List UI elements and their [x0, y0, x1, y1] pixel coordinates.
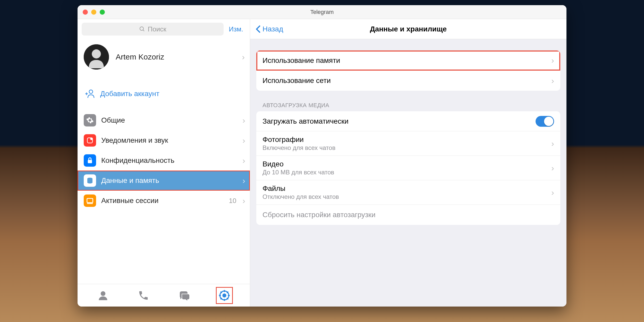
videos-row[interactable]: Видео До 10 MB для всех чатов ›	[256, 156, 560, 180]
svg-point-15	[223, 294, 226, 297]
chevron-right-icon: ›	[242, 52, 245, 62]
reset-autodl-row[interactable]: Сбросить настройки автозагрузки	[256, 205, 560, 225]
row-label: Видео	[262, 160, 551, 168]
search-placeholder: Поиск	[148, 25, 166, 33]
tab-chats[interactable]	[177, 288, 191, 303]
notifications-icon	[84, 134, 96, 147]
network-usage-row[interactable]: Использование сети ›	[256, 71, 560, 91]
main-panel: Назад Данные и хранилище Использование п…	[250, 19, 566, 307]
svg-rect-11	[87, 198, 93, 202]
usage-group: Использование памяти › Использование сет…	[256, 50, 560, 91]
chevron-right-icon: ›	[551, 188, 554, 197]
sidebar-item-label: Общие	[101, 116, 237, 124]
svg-point-0	[140, 27, 143, 30]
database-icon	[84, 174, 96, 187]
search-icon	[139, 26, 145, 32]
sidebar-item-label: Уведомления и звук	[101, 136, 237, 145]
sidebar-item-general[interactable]: Общие ›	[78, 110, 250, 130]
usage-section: Использование памяти › Использование сет…	[250, 50, 566, 91]
search-row: Поиск Изм.	[78, 19, 250, 39]
sidebar-item-privacy[interactable]: Конфиденциальность ›	[78, 150, 250, 171]
sidebar: Поиск Изм. Artem Kozoriz › Добавить акка…	[78, 19, 250, 307]
svg-rect-9	[88, 160, 92, 163]
sidebar-item-notifications[interactable]: Уведомления и звук ›	[78, 130, 250, 150]
back-label: Назад	[262, 25, 283, 33]
tab-calls[interactable]	[136, 288, 151, 303]
search-input[interactable]: Поиск	[82, 23, 224, 36]
autoload-group: Загружать автоматически Фотографии Включ…	[256, 111, 560, 225]
row-label: Файлы	[262, 184, 551, 193]
sidebar-item-label: Данные и память	[101, 176, 237, 185]
sidebar-item-label: Конфиденциальность	[101, 156, 237, 165]
detail-header: Назад Данные и хранилище	[250, 19, 566, 39]
sessions-count: 10	[229, 197, 236, 205]
edit-button[interactable]: Изм.	[229, 25, 243, 33]
row-subtitle: До 10 MB для всех чатов	[262, 169, 551, 176]
toggle-switch[interactable]	[536, 116, 554, 127]
chevron-right-icon: ›	[551, 56, 554, 65]
section-header: АВТОЗАГРУЗКА МЕДИА	[250, 102, 566, 111]
back-button[interactable]: Назад	[255, 25, 283, 33]
row-subtitle: Включено для всех чатов	[262, 144, 551, 151]
add-user-icon	[85, 89, 95, 99]
chevron-right-icon: ›	[242, 176, 245, 185]
row-label: Использование сети	[262, 77, 551, 85]
lock-icon	[84, 154, 96, 167]
tab-settings[interactable]	[217, 288, 232, 303]
tab-contacts[interactable]	[96, 288, 110, 303]
sidebar-item-data-storage[interactable]: Данные и память ›	[78, 171, 250, 191]
row-label: Загружать автоматически	[262, 117, 536, 125]
sidebar-item-sessions[interactable]: Активные сессии 10 ›	[78, 191, 250, 211]
chevron-right-icon: ›	[551, 139, 554, 148]
row-label: Сбросить настройки автозагрузки	[262, 211, 554, 219]
bottom-tabbar	[78, 284, 250, 307]
sidebar-item-label: Активные сессии	[101, 197, 224, 205]
row-label: Использование памяти	[262, 56, 551, 65]
chevron-right-icon: ›	[551, 76, 554, 86]
profile-row[interactable]: Artem Kozoriz ›	[78, 39, 250, 75]
files-row[interactable]: Файлы Отключено для всех чатов ›	[256, 180, 560, 205]
photos-row[interactable]: Фотографии Включено для всех чатов ›	[256, 131, 560, 156]
window-title: Telegram	[78, 9, 566, 15]
row-subtitle: Отключено для всех чатов	[262, 193, 551, 200]
app-window: Telegram Поиск Изм. Artem Kozoriz ›	[78, 5, 566, 307]
storage-usage-row[interactable]: Использование памяти ›	[256, 50, 560, 71]
chevron-right-icon: ›	[242, 136, 245, 145]
svg-point-4	[89, 90, 93, 94]
add-account-label: Добавить аккаунт	[100, 90, 159, 98]
detail-title: Данные и хранилище	[250, 25, 566, 33]
autoload-section: АВТОЗАГРУЗКА МЕДИА Загружать автоматичес…	[250, 102, 566, 225]
chevron-right-icon: ›	[551, 163, 554, 173]
svg-line-1	[143, 30, 144, 31]
auto-download-toggle-row[interactable]: Загружать автоматически	[256, 111, 560, 131]
add-account-button[interactable]: Добавить аккаунт	[78, 82, 250, 105]
chevron-right-icon: ›	[242, 116, 245, 125]
settings-menu: Общие › Уведомления и звук › Конфиденциа…	[78, 110, 250, 211]
titlebar: Telegram	[78, 5, 566, 19]
svg-point-8	[90, 138, 93, 140]
chevron-left-icon	[255, 25, 261, 33]
profile-name: Artem Kozoriz	[116, 53, 242, 61]
gear-icon	[84, 114, 96, 126]
svg-point-13	[100, 291, 105, 296]
row-label: Фотографии	[262, 135, 551, 144]
svg-point-3	[92, 49, 101, 58]
chevron-right-icon: ›	[242, 196, 245, 206]
chevron-right-icon: ›	[242, 156, 245, 165]
sessions-icon	[84, 194, 96, 207]
avatar	[84, 44, 109, 70]
content-area: Поиск Изм. Artem Kozoriz › Добавить акка…	[78, 19, 566, 307]
